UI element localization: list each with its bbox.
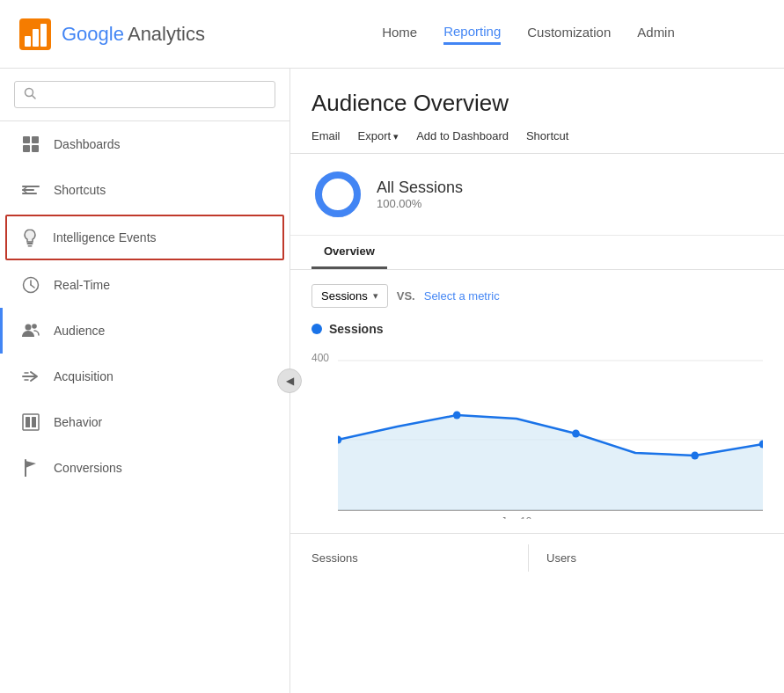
sidebar-item-label: Dashboards bbox=[54, 137, 121, 151]
donut-chart bbox=[311, 168, 364, 221]
main-container: Dashboards Shortcuts bbox=[0, 69, 784, 693]
arrow-icon bbox=[20, 366, 41, 387]
svg-rect-23 bbox=[26, 417, 30, 427]
logo-area: Google Analytics bbox=[18, 17, 290, 52]
svg-rect-3 bbox=[40, 24, 47, 47]
svg-rect-8 bbox=[23, 145, 30, 152]
nav-customization[interactable]: Customization bbox=[527, 25, 611, 43]
sidebar-nav: Dashboards Shortcuts bbox=[0, 121, 289, 693]
svg-point-18 bbox=[26, 325, 32, 331]
stat-sessions: Sessions bbox=[311, 544, 528, 572]
svg-rect-9 bbox=[32, 145, 39, 152]
sidebar-item-conversions[interactable]: Conversions bbox=[0, 445, 289, 491]
svg-rect-2 bbox=[33, 29, 39, 47]
chart-area: Sessions 400 200 bbox=[290, 315, 784, 533]
google-analytics-logo bbox=[18, 17, 53, 52]
y-axis-400: 400 bbox=[311, 352, 329, 364]
page-title: Audience Overview bbox=[311, 90, 763, 117]
legend-label: Sessions bbox=[329, 322, 383, 336]
sessions-label: Sessions bbox=[321, 289, 368, 303]
sidebar-item-label: Real-Time bbox=[54, 278, 110, 292]
svg-rect-7 bbox=[32, 136, 39, 143]
clock-icon bbox=[20, 274, 41, 295]
action-bar: Email Export Add to Dashboard Shortcut bbox=[311, 129, 763, 142]
stats-row: Sessions Users bbox=[290, 533, 784, 572]
chart-wrapper: 400 200 bbox=[311, 343, 763, 519]
stat-label-users: Users bbox=[546, 551, 576, 565]
sidebar-item-label: Intelligence Events bbox=[53, 230, 157, 244]
segment-name: All Sessions bbox=[377, 179, 463, 197]
segment-area: All Sessions 100.00% bbox=[290, 154, 784, 236]
legend-dot bbox=[311, 324, 322, 334]
segment-info: All Sessions 100.00% bbox=[377, 179, 463, 210]
lightbulb-icon bbox=[19, 227, 40, 248]
sidebar-item-label: Shortcuts bbox=[54, 183, 106, 197]
sidebar-item-intelligence[interactable]: Intelligence Events bbox=[5, 215, 284, 260]
sidebar-item-acquisition[interactable]: Acquisition bbox=[0, 354, 289, 399]
content-area: Audience Overview Email Export Add to Da… bbox=[290, 69, 784, 693]
svg-rect-24 bbox=[32, 417, 36, 427]
svg-line-17 bbox=[31, 285, 34, 288]
search-input[interactable] bbox=[43, 88, 266, 101]
nav-home[interactable]: Home bbox=[382, 25, 417, 43]
sidebar-item-label: Behavior bbox=[54, 415, 102, 429]
svg-point-19 bbox=[32, 324, 37, 329]
svg-rect-22 bbox=[23, 414, 39, 430]
tab-overview[interactable]: Overview bbox=[311, 236, 387, 269]
flag-icon bbox=[20, 457, 41, 478]
sidebar-item-shortcuts[interactable]: Shortcuts bbox=[0, 167, 289, 213]
vs-label: VS. bbox=[397, 289, 415, 303]
nav-reporting[interactable]: Reporting bbox=[443, 24, 501, 45]
svg-text:Jan 13: Jan 13 bbox=[501, 515, 531, 519]
sidebar-item-dashboards[interactable]: Dashboards bbox=[0, 121, 289, 167]
search-wrapper[interactable] bbox=[14, 81, 275, 108]
sessions-dropdown[interactable]: Sessions bbox=[311, 284, 388, 308]
svg-rect-13 bbox=[27, 243, 33, 244]
grid-icon bbox=[20, 134, 41, 155]
svg-rect-6 bbox=[23, 136, 30, 143]
svg-line-5 bbox=[33, 96, 36, 99]
sidebar: Dashboards Shortcuts bbox=[0, 69, 290, 693]
export-button[interactable]: Export bbox=[358, 129, 399, 142]
top-nav: Google Analytics Home Reporting Customiz… bbox=[0, 0, 784, 69]
sidebar-item-audience[interactable]: Audience bbox=[0, 308, 289, 354]
sidebar-collapse-button[interactable]: ◀ bbox=[277, 368, 302, 393]
svg-point-27 bbox=[319, 175, 357, 214]
content-header: Audience Overview Email Export Add to Da… bbox=[290, 69, 784, 154]
stat-users: Users bbox=[528, 544, 763, 572]
behavior-icon bbox=[20, 412, 41, 433]
segment-percentage: 100.00% bbox=[377, 197, 463, 210]
stat-label-sessions: Sessions bbox=[311, 551, 358, 565]
tabs-area: Overview bbox=[290, 236, 784, 270]
select-metric-link[interactable]: Select a metric bbox=[424, 289, 500, 303]
chart-legend: Sessions bbox=[311, 315, 763, 336]
nav-links: Home Reporting Customization Admin bbox=[290, 24, 766, 45]
metric-selector: Sessions VS. Select a metric bbox=[290, 270, 784, 315]
audience-icon bbox=[20, 320, 41, 341]
svg-point-35 bbox=[572, 430, 580, 438]
segment-donut bbox=[311, 168, 364, 221]
svg-point-36 bbox=[691, 452, 699, 460]
svg-point-34 bbox=[453, 412, 461, 419]
sidebar-item-label: Conversions bbox=[54, 461, 122, 475]
sidebar-item-realtime[interactable]: Real-Time bbox=[0, 262, 289, 308]
logo-text: Google Analytics bbox=[62, 23, 205, 46]
shortcut-button[interactable]: Shortcut bbox=[526, 129, 568, 142]
search-area bbox=[0, 69, 289, 121]
shortcuts-icon bbox=[20, 179, 41, 201]
svg-marker-32 bbox=[338, 415, 763, 510]
sidebar-item-label: Acquisition bbox=[54, 369, 114, 383]
chart-svg-area: 200 Jan 13 bbox=[338, 343, 763, 519]
add-to-dashboard-button[interactable]: Add to Dashboard bbox=[416, 129, 509, 142]
email-button[interactable]: Email bbox=[311, 129, 341, 142]
svg-rect-14 bbox=[28, 245, 33, 247]
search-icon bbox=[24, 87, 36, 102]
line-chart-svg: 200 Jan 13 bbox=[338, 343, 763, 519]
sidebar-item-behavior[interactable]: Behavior bbox=[0, 399, 289, 445]
nav-admin[interactable]: Admin bbox=[637, 25, 675, 43]
sidebar-item-label: Audience bbox=[54, 324, 105, 338]
svg-rect-1 bbox=[25, 36, 31, 47]
